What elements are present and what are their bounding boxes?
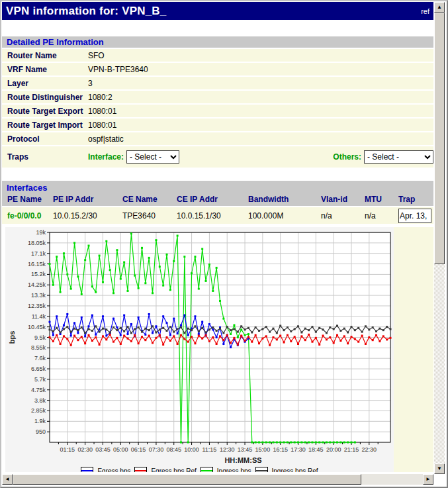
svg-text:1.9k: 1.9k: [34, 418, 46, 424]
svg-text:15.2k: 15.2k: [31, 271, 46, 277]
svg-text:7.6k: 7.6k: [34, 355, 46, 362]
vpn-info-window: VPN information for: VPN_B_ ref Detailed…: [0, 0, 448, 488]
svg-text:03:45: 03:45: [95, 446, 111, 453]
svg-text:12.35k: 12.35k: [28, 303, 46, 309]
svg-text:5.7k: 5.7k: [34, 376, 46, 383]
legend-key-icon: [201, 467, 213, 472]
col-pe-ip: PE IP Addr: [53, 195, 122, 204]
others-label: Others:: [333, 152, 361, 162]
interfaces-header: Interfaces: [2, 181, 433, 193]
chart-zone: 9501.9k2.85k3.8k4.75k5.7k6.65k7.6k8.55k9…: [2, 227, 433, 472]
svg-text:4.75k: 4.75k: [31, 387, 46, 393]
detail-row-route-distinguisher: Route Distinguisher 1080:2: [2, 91, 433, 105]
col-vlan-id: Vlan-id: [321, 195, 365, 204]
svg-text:9.5k: 9.5k: [34, 334, 46, 341]
legend-label: Egress bps Ref: [151, 467, 196, 472]
legend-label: Ingress bps Ref: [272, 467, 318, 472]
row-value: 1080:01: [88, 107, 116, 116]
svg-text:8.55k: 8.55k: [31, 344, 46, 351]
row-value: 3: [88, 79, 93, 88]
svg-text:3.8k: 3.8k: [34, 397, 46, 404]
scroll-left-button[interactable]: ◄: [2, 474, 13, 485]
svg-text:20:00: 20:00: [326, 446, 341, 453]
legend-label: Egress bps: [97, 467, 130, 472]
trap-date-input[interactable]: [398, 209, 431, 223]
svg-text:17.1k: 17.1k: [31, 250, 46, 257]
interface-table-row: fe-0/0/0.0 10.0.15.2/30 TPE3640 10.0.15.…: [2, 207, 433, 225]
svg-text:01:15: 01:15: [60, 446, 75, 453]
horizontal-scroll-track[interactable]: [13, 474, 423, 485]
col-pe-name: PE Name: [2, 195, 53, 204]
vertical-scroll-track[interactable]: [434, 13, 445, 464]
svg-text:22:30: 22:30: [362, 446, 377, 453]
detail-row-route-target-export: Route Target Export 1080:01: [2, 105, 433, 119]
detail-row-layer: Layer 3: [2, 77, 433, 91]
svg-text:08:45: 08:45: [166, 446, 181, 453]
col-ce-name: CE Name: [122, 195, 177, 204]
interfaces-title: Interfaces: [7, 183, 47, 193]
detail-row-vrf-name: VRF Name VPN-B-TPE3640: [2, 63, 433, 77]
horizontal-scrollbar[interactable]: ◄ ►: [2, 474, 433, 485]
legend-key-icon: [255, 467, 268, 472]
row-value: ospf|static: [88, 134, 124, 144]
pe-name-link[interactable]: fe-0/0/0.0: [2, 211, 53, 220]
col-ce-ip: CE IP Addr: [177, 195, 248, 204]
svg-text:16:15: 16:15: [273, 446, 288, 453]
y-axis-label: bps: [8, 331, 16, 344]
svg-text:17:30: 17:30: [291, 446, 306, 453]
titlebar: VPN information for: VPN_B_ ref: [2, 2, 433, 20]
svg-text:15:00: 15:00: [255, 446, 271, 453]
col-trap: Trap: [398, 195, 433, 204]
legend-label: Ingress bps: [217, 467, 251, 472]
legend-key-icon: [134, 467, 147, 472]
svg-text:10:00: 10:00: [184, 446, 199, 453]
horizontal-scroll-thumb[interactable]: [13, 474, 361, 485]
vertical-scroll-thumb[interactable]: [434, 13, 445, 264]
svg-text:13:45: 13:45: [238, 446, 253, 453]
detail-row-traps: Traps Interface: - Select - Others: - Se…: [2, 146, 433, 169]
vlan-id-value: n/a: [321, 211, 365, 220]
svg-text:19k: 19k: [36, 229, 46, 236]
svg-text:11:15: 11:15: [202, 446, 216, 453]
row-label: Router Name: [2, 51, 88, 60]
legend-key-icon: [81, 467, 93, 472]
ref-link[interactable]: ref: [421, 7, 433, 15]
traffic-chart-box: 9501.9k2.85k3.8k4.75k5.7k6.65k7.6k8.55k9…: [5, 227, 394, 472]
svg-text:14.25k: 14.25k: [28, 281, 46, 288]
mtu-value: n/a: [365, 211, 398, 220]
svg-text:6.65k: 6.65k: [31, 366, 46, 372]
row-value: 1080:2: [88, 93, 112, 102]
svg-text:05:00: 05:00: [113, 446, 128, 453]
row-label: Route Distinguisher: [2, 93, 88, 102]
detail-row-router-name: Router Name SFO: [2, 49, 433, 63]
row-label: Route Target Export: [2, 107, 88, 116]
row-value: VPN-B-TPE3640: [88, 65, 148, 74]
svg-text:12:30: 12:30: [220, 446, 235, 453]
detailed-pe-info-title: Detailed PE Information: [7, 37, 104, 47]
row-label: Traps: [2, 152, 88, 162]
interface-select[interactable]: - Select -: [126, 150, 179, 164]
svg-text:10.45k: 10.45k: [28, 324, 46, 330]
traffic-chart: 9501.9k2.85k3.8k4.75k5.7k6.65k7.6k8.55k9…: [5, 227, 394, 463]
svg-text:02:30: 02:30: [77, 446, 93, 453]
row-value: 1080:01: [88, 121, 116, 130]
svg-text:07:30: 07:30: [149, 446, 164, 453]
ce-name-value: TPE3640: [122, 211, 177, 220]
svg-text:13.3k: 13.3k: [31, 292, 46, 299]
chart-legend: Egress bpsEgress bps RefIngress bpsIngre…: [5, 467, 394, 472]
col-mtu: MTU: [365, 195, 398, 204]
scroll-right-button[interactable]: ►: [423, 474, 433, 485]
detail-row-protocol: Protocol ospf|static: [2, 132, 433, 146]
interfaces-column-headers: PE Name PE IP Addr CE Name CE IP Addr Ba…: [2, 193, 433, 207]
scroll-up-button[interactable]: ▲: [434, 2, 445, 13]
pe-ip-value: 10.0.15.2/30: [53, 211, 122, 220]
others-select[interactable]: - Select -: [364, 150, 433, 164]
scroll-down-button[interactable]: ▼: [434, 464, 445, 474]
svg-text:2.85k: 2.85k: [31, 407, 46, 414]
col-bandwidth: Bandwidth: [248, 195, 321, 204]
x-axis-label: HH:MM:SS: [224, 456, 261, 463]
svg-text:06:15: 06:15: [131, 446, 146, 453]
row-label: Layer: [2, 79, 88, 88]
row-label: Protocol: [2, 134, 88, 144]
vertical-scrollbar[interactable]: ▲ ▼: [434, 2, 445, 474]
